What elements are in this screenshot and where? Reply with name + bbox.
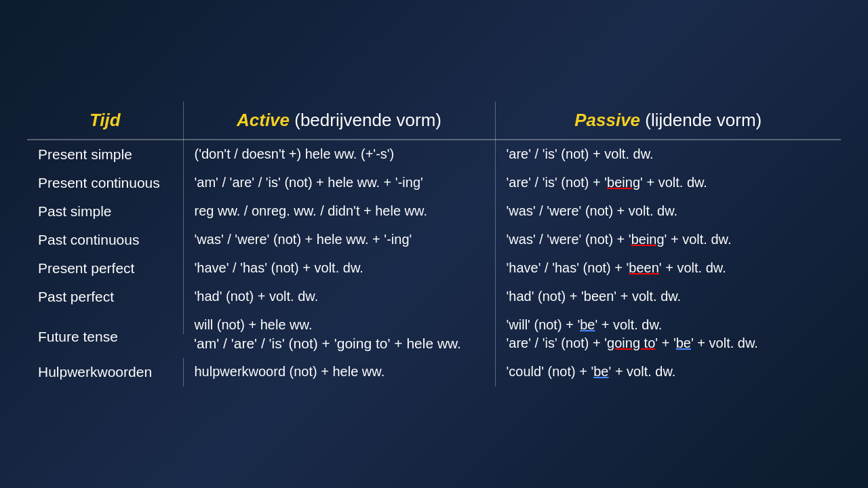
tijd-cell: Past perfect — [27, 283, 183, 311]
col-active: Active (bedrijvende vorm) — [183, 102, 495, 140]
active-cell: 'am' / 'are' / 'is' (not) + 'going to' +… — [183, 334, 495, 358]
passive-cell: 'are' / 'is' (not) + volt. dw. — [495, 140, 841, 169]
passive-cell: 'are' / 'is' (not) + 'going to' + 'be' +… — [495, 334, 841, 358]
table-row: Present continuous 'am' / 'are' / 'is' (… — [27, 169, 841, 197]
active-cell: 'was' / 'were' (not) + hele ww. + '-ing' — [183, 226, 495, 254]
active-cell: 'am' / 'are' / 'is' (not) + hele ww. + '… — [183, 169, 495, 197]
passive-cell: 'was' / 'were' (not) + volt. dw. — [495, 197, 841, 226]
tijd-cell: Past simple — [27, 197, 183, 226]
col-tijd: Tijd — [27, 102, 183, 140]
tijd-cell: Present continuous — [27, 169, 183, 197]
passive-italic-label: Passive — [574, 110, 640, 130]
table-header-row: Tijd Active (bedrijvende vorm) Passive (… — [27, 102, 841, 140]
active-normal-label: (bedrijvende vorm) — [290, 110, 441, 130]
active-cell: hulpwerkwoord (not) + hele ww. — [183, 358, 495, 386]
passive-normal-label: (lijdende vorm) — [640, 110, 762, 130]
tijd-cell: Hulpwerkwoorden — [27, 358, 183, 386]
grammar-table-container: Tijd Active (bedrijvende vorm) Passive (… — [27, 102, 841, 386]
grammar-table: Tijd Active (bedrijvende vorm) Passive (… — [27, 102, 841, 386]
tijd-cell: Present simple — [27, 140, 183, 169]
passive-cell: 'was' / 'were' (not) + 'being' + volt. d… — [495, 226, 841, 254]
tijd-cell: Future tense — [27, 311, 183, 358]
active-cell: 'had' (not) + volt. dw. — [183, 283, 495, 311]
tijd-cell: Past continuous — [27, 226, 183, 254]
table-row: Present perfect 'have' / 'has' (not) + v… — [27, 254, 841, 283]
tijd-cell: Present perfect — [27, 254, 183, 283]
table-row: Past perfect 'had' (not) + volt. dw. 'ha… — [27, 283, 841, 311]
passive-cell: 'could' (not) + 'be' + volt. dw. — [495, 358, 841, 386]
active-cell: will (not) + hele ww. — [183, 311, 495, 334]
table-row: Past continuous 'was' / 'were' (not) + h… — [27, 226, 841, 254]
underline-word: being — [631, 232, 665, 247]
active-cell: ('don't / doesn't +) hele ww. (+'-s') — [183, 140, 495, 169]
tijd-label: Tijd — [90, 110, 121, 130]
underline-word: be — [676, 336, 691, 350]
table-row: Future tense will (not) + hele ww. 'will… — [27, 311, 841, 334]
passive-cell: 'had' (not) + 'been' + volt. dw. — [495, 283, 841, 311]
table-row: Past simple reg ww. / onreg. ww. / didn'… — [27, 197, 841, 226]
passive-cell: 'have' / 'has' (not) + 'been' + volt. dw… — [495, 254, 841, 283]
active-cell: reg ww. / onreg. ww. / didn't + hele ww. — [183, 197, 495, 226]
table-row: Present simple ('don't / doesn't +) hele… — [27, 140, 841, 169]
underline-word: being — [607, 175, 640, 190]
underline-word: been — [629, 260, 659, 275]
col-passive: Passive (lijdende vorm) — [495, 102, 841, 140]
underline-word: going to — [607, 336, 655, 350]
passive-cell: 'will' (not) + 'be' + volt. dw. — [495, 311, 841, 334]
active-italic-label: Active — [237, 110, 290, 130]
passive-cell: 'are' / 'is' (not) + 'being' + volt. dw. — [495, 169, 841, 197]
active-cell: 'have' / 'has' (not) + volt. dw. — [183, 254, 495, 283]
table-row: Hulpwerkwoorden hulpwerkwoord (not) + he… — [27, 358, 841, 386]
underline-word: be — [593, 364, 608, 379]
underline-word: be — [580, 317, 595, 332]
